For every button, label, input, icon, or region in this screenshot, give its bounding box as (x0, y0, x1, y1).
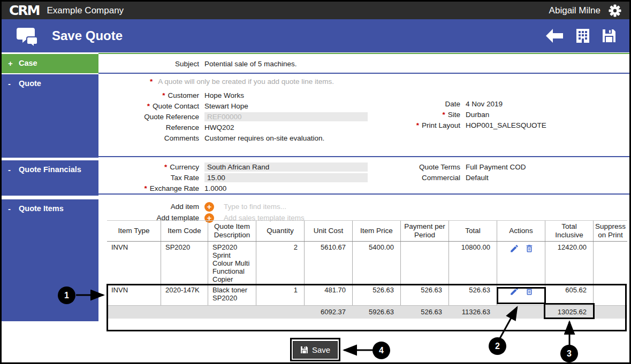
quote-items-section: Add item + Add template + Add sales temp… (98, 195, 629, 352)
collapse-icon: - (8, 165, 14, 174)
cell-unit-cost: 481.70 (304, 284, 352, 305)
user-name[interactable]: Abigail Milne (549, 5, 600, 16)
print-layout-label: Print Layout (422, 121, 460, 129)
sidebar-item-quote-financials[interactable]: - Quote Financials (2, 160, 98, 196)
quote-reference-field: REF00000 (204, 112, 368, 121)
cell-total-inclusive: 12420.00 (545, 242, 593, 284)
back-arrow-icon[interactable] (545, 28, 564, 43)
quote-reference-label: Quote Reference (144, 113, 199, 121)
customer-label: Customer (168, 91, 199, 99)
cell-suppress-on-print (593, 242, 627, 284)
collapse-icon: - (8, 79, 14, 88)
callout-4: 4 (372, 342, 390, 359)
page-title: Save Quote (52, 28, 123, 43)
totals-item-price: 5926.63 (352, 306, 400, 319)
cell-description: SP2020 Sprint Colour Multi Functional Co… (208, 242, 256, 284)
callout-1: 1 (58, 286, 75, 304)
col-item-code: Item Code (161, 221, 208, 241)
cell-suppress-on-print (593, 284, 627, 305)
quote-contact-value: Stewart Hope (204, 102, 248, 110)
table-row: INVN 2020-147K Black toner SP2020 1 481.… (107, 284, 627, 306)
col-total-inclusive: Total Inclusive (545, 221, 593, 241)
callout-3: 3 (560, 345, 578, 362)
sidebar-item-label: Quote Financials (19, 165, 81, 174)
edit-pencil-icon[interactable] (510, 286, 519, 305)
quote-terms-label: Quote Terms (419, 163, 460, 171)
cell-total: 526.63 (448, 284, 497, 305)
add-item-plus-icon[interactable]: + (204, 202, 214, 212)
exchange-rate-label: Exchange Rate (150, 184, 199, 192)
chat-bubbles-icon (16, 25, 39, 47)
col-item-price: Item Price (352, 221, 400, 241)
app-header: Save Quote (2, 19, 629, 52)
cell-quantity: 2 (256, 242, 304, 284)
reference-value: HWQ202 (204, 123, 234, 131)
site-value: Durban (466, 111, 489, 119)
save-button[interactable]: Save (293, 341, 338, 359)
find-items-input[interactable] (224, 203, 384, 211)
sidebar-item-quote[interactable]: - Quote (2, 74, 98, 158)
currency-field: South African Rand (204, 162, 368, 172)
required-asterisk: * (144, 184, 147, 192)
cell-description: Black toner SP2020 (208, 284, 256, 305)
tax-rate-label: Tax Rate (171, 174, 199, 182)
tax-rate-field: 15.00 (204, 173, 368, 182)
quote-notice: A quote will only be created if you add … (158, 78, 334, 86)
col-total: Total (448, 221, 497, 241)
print-layout-value: HOP001_SALESQUOTE (466, 121, 546, 129)
cell-actions (497, 242, 545, 284)
required-asterisk: * (147, 102, 150, 110)
sidebar: + Case - Quote - Quote Financials - Quot… (2, 54, 98, 364)
comments-label: Comments (164, 134, 199, 142)
delete-trash-icon[interactable] (524, 286, 534, 305)
cell-item-type: INVN (107, 284, 161, 305)
cell-payment-per-period (400, 242, 448, 284)
table-header-row: Item Type Item Code Quote Item Descripti… (107, 220, 627, 242)
col-payment-per-period: Payment per Period (400, 221, 448, 241)
content-area: Subject Potential sale of 5 machines. * … (98, 53, 629, 352)
required-asterisk: * (150, 78, 153, 86)
exchange-rate-value: 1.0000 (204, 184, 226, 192)
date-label: Date (445, 100, 460, 108)
sidebar-item-case[interactable]: + Case (2, 54, 98, 73)
company-building-icon[interactable] (576, 28, 590, 43)
date-value: 4 Nov 2019 (466, 100, 503, 108)
cell-quantity: 1 (256, 284, 304, 305)
col-description: Quote Item Description (208, 221, 256, 241)
quote-contact-label: Quote Contact (153, 102, 199, 110)
col-actions: Actions (497, 221, 545, 241)
sidebar-item-label: Case (19, 59, 37, 67)
quote-items-table: Item Type Item Code Quote Item Descripti… (107, 220, 627, 319)
quote-terms-value: Full Payment COD (466, 163, 526, 171)
subject-value: Potential sale of 5 machines. (204, 60, 297, 68)
sidebar-item-quote-items[interactable]: - Quote Items (2, 199, 98, 321)
expand-icon: + (8, 59, 14, 68)
crm-save-quote-page: CRM Example Company Abigail Milne (0, 0, 631, 364)
edit-pencil-icon[interactable] (510, 244, 519, 284)
required-asterisk: * (442, 111, 445, 119)
comments-value: Customer requires on-site evaluation. (204, 134, 324, 142)
save-button-label: Save (312, 345, 330, 354)
currency-label: Currency (170, 163, 199, 171)
cell-total: 10800.00 (448, 242, 497, 284)
required-asterisk: * (416, 121, 419, 129)
table-row: INVN SP2020 SP2020 Sprint Colour Multi F… (107, 242, 627, 284)
case-section: Subject Potential sale of 5 machines. (98, 53, 629, 74)
totals-unit-cost: 6092.37 (304, 306, 352, 319)
cell-item-price: 5400.00 (352, 242, 400, 284)
commercial-value: Default (466, 174, 489, 182)
gear-icon[interactable] (608, 4, 622, 18)
customer-value: Hope Works (204, 91, 244, 99)
cell-item-price: 526.63 (352, 284, 400, 305)
col-quantity: Quantity (256, 221, 304, 241)
sidebar-item-label: Quote Items (19, 204, 64, 213)
company-name: Example Company (47, 5, 124, 16)
delete-trash-icon[interactable] (524, 244, 534, 284)
totals-row: 6092.37 5926.63 526.63 11326.63 13025.62 (107, 306, 627, 319)
cell-item-code: SP2020 (161, 242, 208, 284)
crm-logo[interactable]: CRM (9, 3, 39, 18)
collapse-icon: - (8, 204, 14, 213)
save-icon[interactable] (602, 28, 617, 43)
cell-actions (497, 284, 545, 305)
subject-label: Subject (175, 60, 199, 68)
